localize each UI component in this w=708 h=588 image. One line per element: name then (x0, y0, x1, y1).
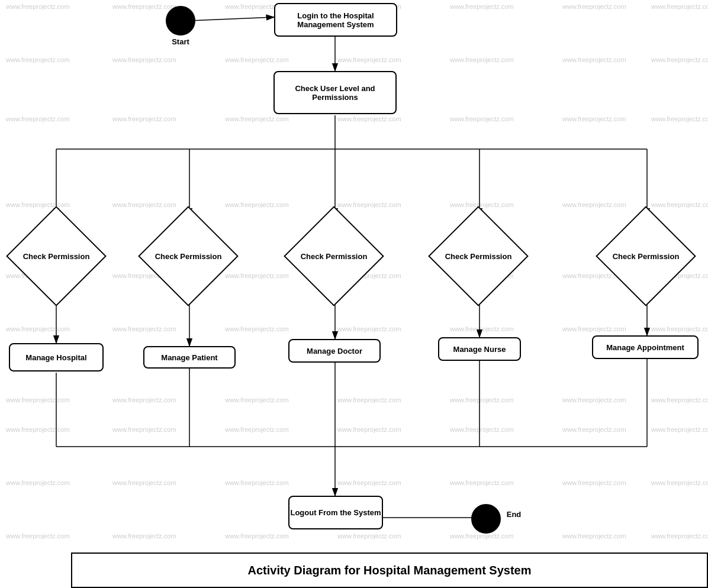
wm: www.freeprojectz.com (112, 532, 176, 539)
wm: www.freeprojectz.com (224, 325, 289, 332)
wm: www.freeprojectz.com (5, 115, 70, 122)
wm: www.freeprojectz.com (562, 56, 626, 63)
wm: www.freeprojectz.com (112, 201, 176, 208)
wm: www.freeprojectz.com (562, 479, 626, 486)
wm: www.freeprojectz.com (5, 3, 70, 10)
end-circle (471, 504, 501, 534)
wm: www.freeprojectz.com (112, 396, 176, 403)
wm: www.freeprojectz.com (651, 115, 708, 122)
start-label: Start (160, 37, 201, 46)
arrow-start-login (189, 17, 274, 21)
wm: www.freeprojectz.com (337, 115, 401, 122)
wm: www.freeprojectz.com (5, 56, 70, 63)
wm: www.freeprojectz.com (651, 479, 708, 486)
wm: www.freeprojectz.com (449, 479, 514, 486)
wm: www.freeprojectz.com (224, 115, 289, 122)
wm: www.freeprojectz.com (337, 479, 401, 486)
diamond2-text: Check Permission (154, 222, 223, 290)
wm: www.freeprojectz.com (562, 325, 626, 332)
wm: www.freeprojectz.com (224, 201, 289, 208)
wm: www.freeprojectz.com (112, 56, 176, 63)
manage-patient-node: Manage Patient (143, 346, 236, 369)
check-user-level-node: Check User Level and Permissions (273, 71, 397, 114)
wm: www.freeprojectz.com (224, 272, 289, 279)
wm: www.freeprojectz.com (449, 56, 514, 63)
wm: www.freeprojectz.com (337, 56, 401, 63)
wm: www.freeprojectz.com (337, 325, 401, 332)
wm: www.freeprojectz.com (449, 325, 514, 332)
wm: www.freeprojectz.com (651, 56, 708, 63)
diamond4-container: Check Permission (443, 216, 514, 296)
wm: www.freeprojectz.com (224, 56, 289, 63)
diamond3-container: Check Permission (298, 216, 369, 296)
wm: www.freeprojectz.com (562, 396, 626, 403)
logout-node: Logout From the System (288, 496, 383, 529)
diamond2-container: Check Permission (153, 216, 224, 296)
wm: www.freeprojectz.com (449, 3, 514, 10)
manage-nurse-node: Manage Nurse (438, 337, 521, 361)
wm: www.freeprojectz.com (449, 201, 514, 208)
diamond1: Check Permission (6, 206, 107, 306)
title-bar: Activity Diagram for Hospital Management… (71, 553, 708, 588)
diamond5: Check Permission (596, 206, 696, 306)
wm: www.freeprojectz.com (5, 201, 70, 208)
wm: www.freeprojectz.com (651, 3, 708, 10)
wm: www.freeprojectz.com (224, 532, 289, 539)
wm: www.freeprojectz.com (112, 325, 176, 332)
diamond3: Check Permission (284, 206, 384, 306)
wm: www.freeprojectz.com (337, 201, 401, 208)
wm: www.freeprojectz.com (112, 426, 176, 433)
wm: www.freeprojectz.com (651, 532, 708, 539)
wm: www.freeprojectz.com (5, 479, 70, 486)
wm: www.freeprojectz.com (651, 396, 708, 403)
wm: www.freeprojectz.com (449, 532, 514, 539)
diamond1-container: Check Permission (21, 216, 92, 296)
wm: www.freeprojectz.com (224, 426, 289, 433)
wm: www.freeprojectz.com (5, 426, 70, 433)
wm: www.freeprojectz.com (112, 3, 176, 10)
wm: www.freeprojectz.com (562, 532, 626, 539)
wm: www.freeprojectz.com (337, 396, 401, 403)
wm: www.freeprojectz.com (449, 396, 514, 403)
diamond1-text: Check Permission (22, 222, 91, 290)
end-label: End (502, 510, 526, 519)
diamond4-text: Check Permission (444, 222, 513, 290)
diagram-title: Activity Diagram for Hospital Management… (247, 564, 531, 577)
wm: www.freeprojectz.com (112, 115, 176, 122)
diamond3-text: Check Permission (300, 222, 368, 290)
manage-hospital-node: Manage Hospital (9, 343, 104, 371)
diamond4: Check Permission (428, 206, 529, 306)
manage-doctor-node: Manage Doctor (288, 339, 381, 363)
wm: www.freeprojectz.com (337, 532, 401, 539)
wm: www.freeprojectz.com (337, 426, 401, 433)
wm: www.freeprojectz.com (562, 426, 626, 433)
wm: www.freeprojectz.com (5, 396, 70, 403)
wm: www.freeprojectz.com (224, 396, 289, 403)
diamond5-container: Check Permission (610, 216, 681, 296)
start-circle (166, 6, 195, 35)
wm: www.freeprojectz.com (651, 426, 708, 433)
wm: www.freeprojectz.com (562, 115, 626, 122)
wm: www.freeprojectz.com (651, 325, 708, 332)
wm: www.freeprojectz.com (5, 325, 70, 332)
wm: www.freeprojectz.com (5, 532, 70, 539)
wm: www.freeprojectz.com (562, 3, 626, 10)
wm: www.freeprojectz.com (562, 201, 626, 208)
manage-appointment-node: Manage Appointment (592, 335, 699, 359)
wm: www.freeprojectz.com (651, 201, 708, 208)
wm: www.freeprojectz.com (449, 426, 514, 433)
diamond5-text: Check Permission (612, 222, 680, 290)
wm: www.freeprojectz.com (112, 479, 176, 486)
login-node: Login to the Hospital Management System (274, 3, 397, 37)
diamond2: Check Permission (138, 206, 239, 306)
wm: www.freeprojectz.com (224, 479, 289, 486)
wm: www.freeprojectz.com (449, 115, 514, 122)
